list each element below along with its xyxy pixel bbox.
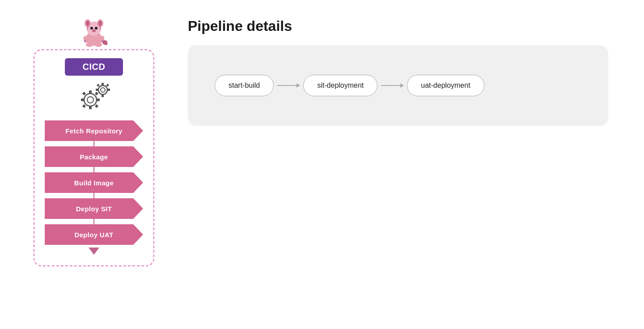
edge-line-1 [277, 85, 300, 86]
step-build-image: Build Image [43, 172, 144, 193]
svg-rect-30 [97, 84, 100, 87]
svg-rect-17 [89, 106, 92, 109]
connector-2 [93, 167, 94, 172]
edge-line-2 [381, 85, 403, 86]
svg-point-9 [93, 30, 95, 31]
step-deploy-sit: Deploy SIT [43, 198, 144, 219]
cicd-title: CICD [65, 58, 123, 76]
pipeline-details-title: Pipeline details [188, 18, 608, 34]
step-label-deploy-uat[interactable]: Deploy UAT [45, 224, 143, 245]
svg-rect-27 [102, 94, 104, 97]
pipeline-edge-1 [274, 85, 303, 86]
step-fetch-repository: Fetch Repository [43, 120, 144, 141]
pipeline-node-sit-deployment[interactable]: sit-deployment [303, 75, 377, 96]
down-arrow-icon [89, 248, 99, 255]
svg-rect-29 [107, 89, 110, 91]
svg-rect-18 [81, 98, 84, 101]
step-deploy-uat: Deploy UAT [43, 224, 144, 245]
connector-1 [93, 141, 94, 146]
svg-point-15 [87, 97, 93, 103]
step-package: Package [43, 146, 144, 167]
svg-point-7 [95, 27, 97, 30]
svg-point-4 [86, 21, 89, 26]
step-label-fetch-repository[interactable]: Fetch Repository [45, 120, 143, 141]
svg-rect-20 [82, 92, 86, 95]
right-panel: Pipeline details start-build sit-deploym… [170, 9, 626, 135]
svg-rect-21 [95, 92, 98, 95]
pipeline-diagram: start-build sit-deployment uat-deploymen… [188, 45, 608, 126]
svg-rect-16 [89, 90, 92, 94]
svg-point-5 [98, 21, 102, 26]
connector-3 [93, 193, 94, 198]
step-label-build-image[interactable]: Build Image [45, 172, 143, 193]
svg-point-25 [101, 88, 105, 92]
gears-icon [76, 82, 112, 113]
left-panel: CICD [18, 9, 170, 266]
svg-rect-22 [82, 104, 86, 108]
pipeline-node-uat-deployment[interactable]: uat-deployment [407, 75, 484, 96]
svg-point-11 [95, 43, 102, 47]
svg-rect-28 [96, 89, 98, 91]
svg-rect-23 [95, 104, 98, 108]
pipeline-steps: Fetch Repository Package Build Image Dep… [43, 120, 144, 255]
svg-point-10 [86, 43, 93, 47]
svg-point-6 [90, 27, 93, 30]
connector-4 [93, 219, 94, 224]
mascot-icon [76, 13, 112, 49]
svg-point-14 [84, 94, 97, 106]
svg-point-24 [98, 85, 107, 94]
step-label-deploy-sit[interactable]: Deploy SIT [45, 198, 143, 219]
svg-rect-26 [102, 83, 104, 85]
cicd-container: CICD [34, 49, 154, 266]
step-label-package[interactable]: Package [45, 146, 143, 167]
pipeline-node-start-build[interactable]: start-build [215, 75, 274, 96]
svg-rect-31 [106, 84, 109, 87]
pipeline-edge-2 [377, 85, 407, 86]
svg-rect-19 [97, 98, 100, 101]
mascot-area [76, 13, 112, 49]
